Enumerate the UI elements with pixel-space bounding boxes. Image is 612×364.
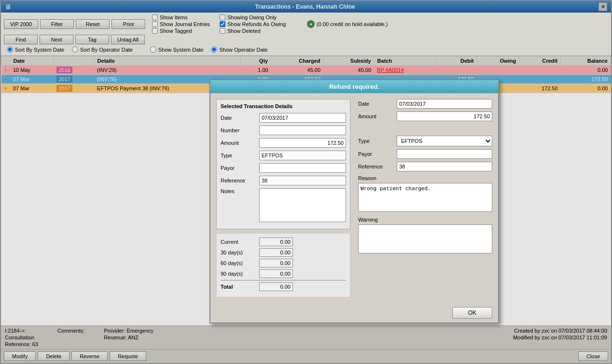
refund-amount-label: Amount bbox=[358, 113, 397, 119]
selected-transaction-section: Selected Transaction Details Date Number… bbox=[216, 99, 350, 229]
refund-dialog: Refund required. Selected Transaction De… bbox=[209, 79, 499, 323]
txn-date-group: Date bbox=[221, 113, 346, 123]
refund-payor-group: Payor bbox=[358, 149, 492, 159]
dialog-overlay: Refund required. Selected Transaction De… bbox=[1, 1, 611, 363]
aging-total-row: Total bbox=[221, 280, 346, 291]
refund-reference-group: Reference bbox=[358, 162, 492, 171]
refund-date-input[interactable] bbox=[397, 99, 492, 109]
aging-current-label: Current bbox=[221, 239, 259, 245]
txn-notes-label: Notes bbox=[221, 188, 259, 194]
aging-90-label: 90 day(s) bbox=[221, 271, 259, 277]
reason-label: Reason bbox=[358, 175, 492, 181]
aging-60-input bbox=[259, 259, 293, 267]
refund-amount-input[interactable] bbox=[397, 112, 492, 121]
txn-amount-input[interactable] bbox=[259, 138, 346, 148]
txn-notes-textarea[interactable] bbox=[259, 188, 346, 222]
txn-number-input[interactable] bbox=[259, 126, 346, 135]
refund-payor-input[interactable] bbox=[397, 149, 492, 159]
reason-section: Reason Wrong patient charged. bbox=[358, 175, 492, 213]
dialog-footer: OK bbox=[210, 303, 498, 322]
refund-payor-label: Payor bbox=[358, 151, 397, 157]
aging-section: Current 30 day(s) 60 day(s) 90 day( bbox=[216, 233, 350, 297]
aging-60-label: 60 day(s) bbox=[221, 260, 259, 266]
aging-current-input bbox=[259, 238, 293, 246]
refund-date-label: Date bbox=[358, 101, 397, 107]
txn-reference-group: Reference bbox=[221, 176, 346, 185]
txn-amount-label: Amount bbox=[221, 140, 259, 146]
aging-30-label: 30 day(s) bbox=[221, 250, 259, 255]
txn-type-group: Type bbox=[221, 151, 346, 160]
selected-transaction-title: Selected Transaction Details bbox=[221, 103, 346, 109]
refund-amount-group: Amount bbox=[358, 112, 492, 121]
txn-type-input[interactable] bbox=[259, 151, 346, 160]
aging-total-input bbox=[259, 282, 293, 291]
refund-reference-label: Reference bbox=[358, 164, 397, 169]
aging-60-row: 60 day(s) bbox=[221, 259, 346, 267]
warning-section: Warning bbox=[358, 217, 492, 254]
dialog-left-panel: Selected Transaction Details Date Number… bbox=[216, 99, 350, 297]
dialog-title: Refund required. bbox=[210, 80, 498, 93]
txn-reference-input[interactable] bbox=[259, 176, 346, 185]
txn-number-label: Number bbox=[221, 127, 259, 133]
txn-type-label: Type bbox=[221, 153, 259, 158]
txn-notes-group: Notes bbox=[221, 188, 346, 222]
refund-reference-input[interactable] bbox=[397, 162, 492, 171]
aging-90-row: 90 day(s) bbox=[221, 269, 346, 278]
txn-date-input[interactable] bbox=[259, 113, 346, 123]
aging-total-label: Total bbox=[221, 284, 259, 290]
txn-amount-group: Amount bbox=[221, 138, 346, 148]
warning-label: Warning bbox=[358, 217, 492, 223]
refund-type-select[interactable]: EFTPOS Cash Cheque Credit Card Direct De… bbox=[397, 136, 492, 146]
txn-number-group: Number bbox=[221, 126, 346, 135]
reason-textarea[interactable]: Wrong patient charged. bbox=[358, 183, 492, 212]
aging-30-input bbox=[259, 248, 293, 257]
aging-30-row: 30 day(s) bbox=[221, 248, 346, 257]
dialog-right-panel: Date Amount Type EFTPOS Cash Cheque bbox=[358, 99, 492, 297]
refund-date-group: Date bbox=[358, 99, 492, 109]
warning-textarea[interactable] bbox=[358, 224, 492, 253]
txn-date-label: Date bbox=[221, 115, 259, 121]
aging-current-row: Current bbox=[221, 238, 346, 246]
txn-reference-label: Reference bbox=[221, 178, 259, 183]
txn-payor-input[interactable] bbox=[259, 163, 346, 173]
main-window: 🖥 Transactions - Evans, Hannah Chloe ✕ V… bbox=[0, 0, 612, 364]
aging-90-input bbox=[259, 269, 293, 278]
ok-button[interactable]: OK bbox=[452, 307, 492, 319]
txn-payor-label: Payor bbox=[221, 165, 259, 171]
refund-type-group: Type EFTPOS Cash Cheque Credit Card Dire… bbox=[358, 136, 492, 146]
dialog-body: Selected Transaction Details Date Number… bbox=[210, 93, 498, 303]
refund-type-label: Type bbox=[358, 138, 397, 144]
txn-payor-group: Payor bbox=[221, 163, 346, 173]
